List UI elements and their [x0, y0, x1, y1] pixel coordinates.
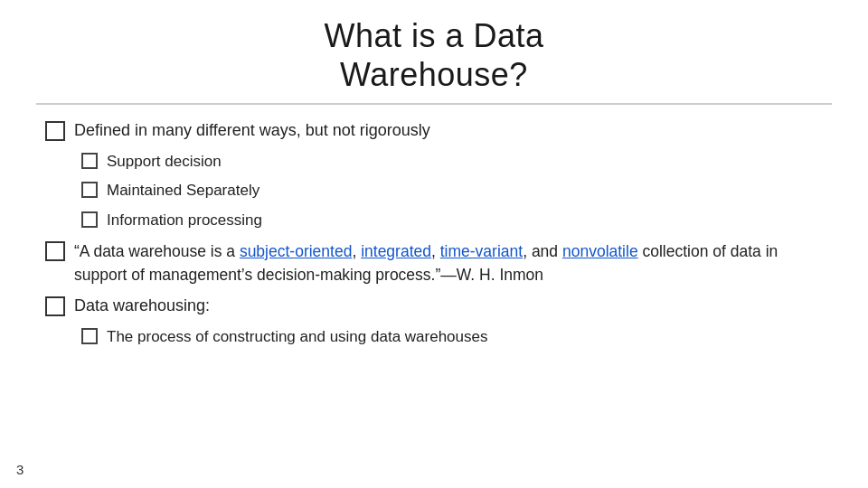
- bullet-item-2: “A data warehouse is a subject-oriented,…: [45, 239, 823, 287]
- page-number: 3: [16, 462, 24, 477]
- link-subject-oriented[interactable]: subject-oriented: [240, 242, 353, 260]
- link-integrated[interactable]: integrated: [361, 242, 431, 260]
- title-line1: What is a Data: [324, 17, 543, 54]
- sub-bullet-1b: Maintained Separately: [81, 180, 823, 202]
- link-nonvolatile[interactable]: nonvolatile: [562, 242, 638, 260]
- bullet-text-1: Defined in many different ways, but not …: [74, 119, 430, 142]
- bullet-item-3: Data warehousing:: [45, 295, 823, 317]
- content-area: Defined in many different ways, but not …: [36, 119, 832, 347]
- quote-prefix: “A data warehouse is a: [74, 242, 240, 260]
- sub-bullet-text-1c: Information processing: [107, 210, 262, 231]
- bullet-text-2: “A data warehouse is a subject-oriented,…: [74, 239, 823, 287]
- sub-bullet-text-1a: Support decision: [107, 151, 222, 173]
- sub-bullet-text-3a: The process of constructing and using da…: [107, 326, 487, 348]
- bullet-icon-2: [45, 241, 65, 261]
- quote-sep1: ,: [352, 242, 361, 260]
- sub-bullet-1a: Support decision: [81, 151, 823, 173]
- link-time-variant[interactable]: time-variant: [440, 242, 523, 260]
- sub-bullet-1c: Information processing: [81, 210, 823, 231]
- sub-bullet-text-1b: Maintained Separately: [107, 180, 259, 202]
- sub-bullet-icon-1a: [81, 153, 98, 169]
- bullet-text-3: Data warehousing:: [74, 295, 210, 317]
- sub-bullet-icon-1b: [81, 182, 98, 198]
- sub-bullet-icon-3a: [81, 328, 98, 344]
- sub-bullet-icon-1c: [81, 211, 98, 228]
- bullet-icon-3: [45, 296, 65, 316]
- sub-bullet-3a: The process of constructing and using da…: [81, 326, 823, 348]
- quote-sep3: , and: [523, 242, 562, 260]
- title-section: What is a Data Warehouse?: [36, 0, 832, 105]
- title-line2: Warehouse?: [340, 56, 528, 93]
- bullet-item-1: Defined in many different ways, but not …: [45, 119, 823, 142]
- slide-title: What is a Data Warehouse?: [36, 16, 832, 94]
- quote-sep2: ,: [431, 242, 440, 260]
- slide: What is a Data Warehouse? Defined in man…: [0, 0, 868, 488]
- bullet-icon-1: [45, 121, 65, 141]
